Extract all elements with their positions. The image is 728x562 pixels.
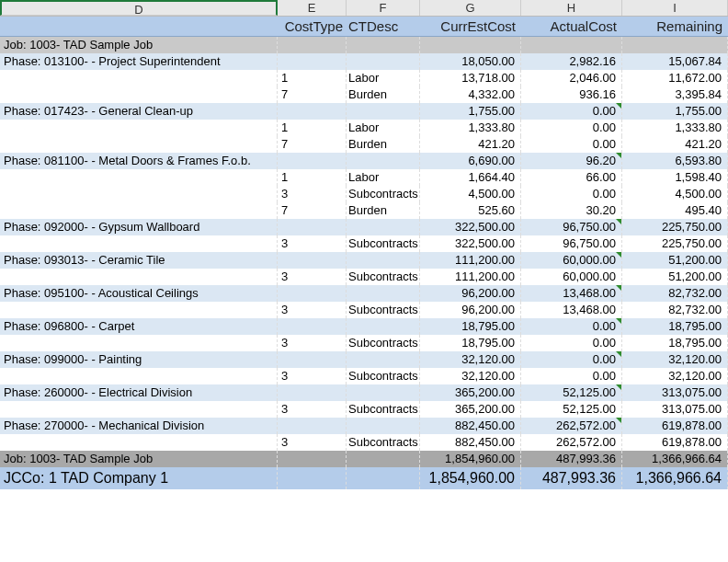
detail-ctdesc: Labor: [347, 169, 420, 186]
col-letter-I[interactable]: I: [622, 0, 728, 16]
phase-label: Phase: 096800- - Carpet: [0, 318, 278, 335]
detail-h: 30.20: [521, 202, 622, 219]
detail-costtype: 7: [278, 136, 347, 153]
phase-h: 60,000.00: [521, 252, 622, 269]
col-letter-H[interactable]: H: [521, 0, 622, 16]
detail-row: 7Burden421.200.00421.20: [0, 136, 728, 153]
detail-i: 225,750.00: [622, 235, 728, 252]
detail-costtype: 3: [278, 335, 347, 351]
detail-costtype: 3: [278, 302, 347, 318]
detail-i: 421.20: [622, 136, 728, 153]
phase-g: 6,690.00: [420, 153, 521, 169]
detail-costtype: 7: [278, 86, 347, 103]
detail-i: 11,672.00: [622, 70, 728, 86]
detail-row: 1Labor13,718.002,046.0011,672.00: [0, 70, 728, 86]
job-total-label: Job: 1003- TAD Sample Job: [0, 451, 278, 467]
detail-row: 3Subcontracts322,500.0096,750.00225,750.…: [0, 235, 728, 252]
detail-ctdesc: Subcontracts: [347, 335, 420, 351]
detail-i: 1,598.40: [622, 169, 728, 186]
detail-row: 1Labor1,664.4066.001,598.40: [0, 169, 728, 186]
detail-h: 2,046.00: [521, 70, 622, 86]
phase-g: 18,050.00: [420, 53, 521, 70]
phase-i: 225,750.00: [622, 219, 728, 235]
phase-i: 6,593.80: [622, 153, 728, 169]
detail-costtype: 3: [278, 434, 347, 451]
detail-g: 421.20: [420, 136, 521, 153]
field-header: CostType CTDesc CurrEstCost ActualCost R…: [0, 17, 728, 37]
phase-row: Phase: 095100- - Acoustical Ceilings96,2…: [0, 285, 728, 302]
detail-g: 365,200.00: [420, 401, 521, 418]
job-total-i: 1,366,966.64: [622, 451, 728, 467]
detail-g: 1,664.40: [420, 169, 521, 186]
phase-g: 365,200.00: [420, 384, 521, 401]
detail-g: 525.60: [420, 202, 521, 219]
col-letter-F[interactable]: F: [347, 0, 420, 16]
detail-ctdesc: Subcontracts: [347, 235, 420, 252]
detail-g: 1,333.80: [420, 120, 521, 136]
company-label: JCCo: 1 TAD Company 1: [0, 467, 278, 489]
detail-costtype: 1: [278, 120, 347, 136]
detail-i: 32,120.00: [622, 368, 728, 384]
company-total: JCCo: 1 TAD Company 1 1,854,960.00 487,9…: [0, 467, 728, 489]
phase-h: 52,125.00: [521, 384, 622, 401]
col-letter-D[interactable]: D: [0, 0, 278, 16]
detail-h: 13,468.00: [521, 302, 622, 318]
phase-i: 51,200.00: [622, 252, 728, 269]
detail-row: 3Subcontracts18,795.000.0018,795.00: [0, 335, 728, 351]
detail-ctdesc: Burden: [347, 136, 420, 153]
detail-ctdesc: Subcontracts: [347, 186, 420, 202]
phase-row: Phase: 096800- - Carpet18,795.000.0018,7…: [0, 318, 728, 335]
detail-row: 3Subcontracts4,500.000.004,500.00: [0, 186, 728, 202]
phase-g: 32,120.00: [420, 351, 521, 368]
phase-row: Phase: 092000- - Gypsum Wallboard322,500…: [0, 219, 728, 235]
detail-h: 96,750.00: [521, 235, 622, 252]
header-remaining: Remaining: [622, 17, 728, 36]
phase-h: 0.00: [521, 318, 622, 335]
col-letter-G[interactable]: G: [420, 0, 521, 16]
detail-ctdesc: Subcontracts: [347, 434, 420, 451]
phase-i: 18,795.00: [622, 318, 728, 335]
phase-i: 1,755.00: [622, 103, 728, 120]
detail-h: 52,125.00: [521, 401, 622, 418]
detail-costtype: 3: [278, 269, 347, 285]
phase-label: Phase: 017423- - General Clean-up: [0, 103, 278, 120]
phase-label: Phase: 095100- - Acoustical Ceilings: [0, 285, 278, 302]
company-i: 1,366,966.64: [622, 467, 728, 489]
detail-g: 13,718.00: [420, 70, 521, 86]
job-total: Job: 1003- TAD Sample Job 1,854,960.00 4…: [0, 451, 728, 467]
detail-g: 96,200.00: [420, 302, 521, 318]
phase-i: 313,075.00: [622, 384, 728, 401]
column-letters: D E F G H I: [0, 0, 728, 17]
phase-g: 1,755.00: [420, 103, 521, 120]
phase-h: 13,468.00: [521, 285, 622, 302]
phase-label: Phase: 081100- - Metal Doors & Frames F.…: [0, 153, 278, 169]
detail-ctdesc: Subcontracts: [347, 269, 420, 285]
detail-costtype: 3: [278, 401, 347, 418]
phase-row: Phase: 260000- - Electrical Division365,…: [0, 384, 728, 401]
phase-label: Phase: 260000- - Electrical Division: [0, 384, 278, 401]
detail-i: 1,333.80: [622, 120, 728, 136]
phase-h: 96.20: [521, 153, 622, 169]
phase-label: Phase: 013100- - Project Superintendent: [0, 53, 278, 70]
detail-row: 3Subcontracts32,120.000.0032,120.00: [0, 368, 728, 384]
phase-i: 32,120.00: [622, 351, 728, 368]
header-blank: [0, 17, 278, 36]
phase-h: 0.00: [521, 103, 622, 120]
phase-h: 0.00: [521, 351, 622, 368]
detail-i: 82,732.00: [622, 302, 728, 318]
company-h: 487,993.36: [521, 467, 622, 489]
detail-i: 51,200.00: [622, 269, 728, 285]
detail-i: 495.40: [622, 202, 728, 219]
phase-i: 15,067.84: [622, 53, 728, 70]
phase-h: 2,982.16: [521, 53, 622, 70]
phase-row: Phase: 081100- - Metal Doors & Frames F.…: [0, 153, 728, 169]
phase-i: 619,878.00: [622, 418, 728, 434]
detail-costtype: 3: [278, 235, 347, 252]
detail-h: 936.16: [521, 86, 622, 103]
detail-ctdesc: Labor: [347, 120, 420, 136]
phase-row: Phase: 013100- - Project Superintendent1…: [0, 53, 728, 70]
col-letter-E[interactable]: E: [278, 0, 347, 16]
header-costtype: CostType: [278, 17, 347, 36]
detail-ctdesc: Subcontracts: [347, 401, 420, 418]
detail-h: 0.00: [521, 186, 622, 202]
